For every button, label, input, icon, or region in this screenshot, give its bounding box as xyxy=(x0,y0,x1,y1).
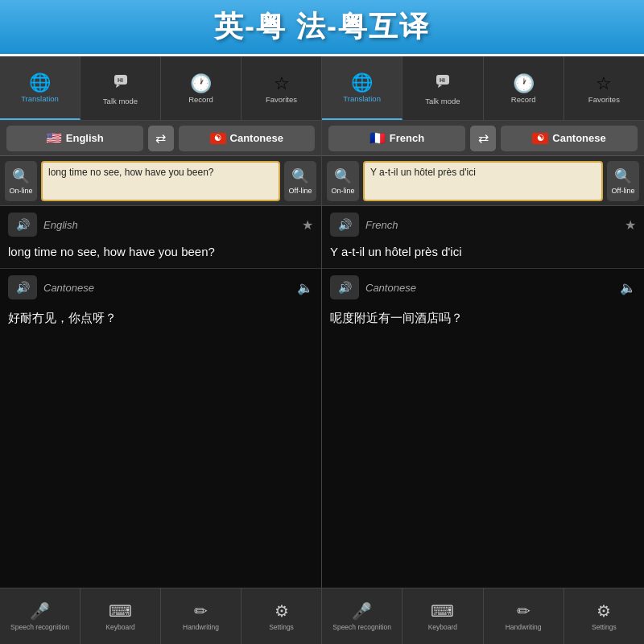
right-hk-flag-icon: ☯ xyxy=(532,133,548,144)
left-speech-label: Speech recognition xyxy=(10,623,69,631)
left-tab-record-label: Record xyxy=(188,95,213,104)
header-banner: 英-粤 法-粤互译 xyxy=(0,0,644,56)
svg-text:Hi: Hi xyxy=(118,77,123,83)
right-keyboard-icon: ⌨ xyxy=(431,601,454,621)
right-source-lang-info: 🔊 French xyxy=(330,213,398,237)
left-translated-block: 🔊 Cantonese 🔈 好耐冇见，你点呀？ xyxy=(0,269,321,588)
left-tab-talk[interactable]: Hi Talk mode xyxy=(80,56,161,120)
right-speaker2-icon: 🔊 xyxy=(338,281,352,294)
right-source-lang-name: French xyxy=(390,132,424,144)
left-source-lang-name: English xyxy=(66,132,104,144)
right-text-input[interactable] xyxy=(363,161,603,201)
left-translated-lang-label: Cantonese xyxy=(43,282,94,294)
right-tab-bar: 🌐 Translation Hi Talk mode 🕐 Record ☆ xyxy=(322,56,644,121)
right-online-icon: 🔍 xyxy=(334,167,352,185)
right-tab-record[interactable]: 🕐 Record xyxy=(484,56,564,120)
left-translated-text: 好耐冇见，你点呀？ xyxy=(8,304,313,326)
speaker2-icon: 🔊 xyxy=(16,281,30,294)
right-tab-talk-label: Talk mode xyxy=(425,97,460,105)
favorites-icon: ☆ xyxy=(274,75,290,93)
right-tab-favorites[interactable]: ☆ Favorites xyxy=(564,56,644,120)
left-handwriting-btn[interactable]: ✏ Handwriting xyxy=(161,588,242,644)
left-tab-favorites-label: Favorites xyxy=(266,95,297,104)
right-online-label: On-line xyxy=(331,187,354,195)
right-settings-label: Settings xyxy=(592,623,617,631)
right-panel: 🌐 Translation Hi Talk mode 🕐 Record ☆ xyxy=(322,56,644,644)
right-tab-favorites-label: Favorites xyxy=(588,95,620,104)
left-keyboard-btn[interactable]: ⌨ Keyboard xyxy=(80,588,161,644)
left-translated-lang-info: 🔊 Cantonese xyxy=(8,275,94,299)
left-tab-translation-label: Translation xyxy=(21,94,59,103)
left-tab-translation[interactable]: 🌐 Translation xyxy=(0,56,80,120)
right-keyboard-btn[interactable]: ⌨ Keyboard xyxy=(402,588,483,644)
left-tab-bar: 🌐 Translation Hi Talk mode 🕐 Record ☆ xyxy=(0,56,321,121)
right-swap-btn[interactable]: ⇄ xyxy=(470,126,496,151)
right-speech-icon: 🎤 xyxy=(352,601,372,621)
right-handwriting-btn[interactable]: ✏ Handwriting xyxy=(484,588,564,644)
left-tab-record[interactable]: 🕐 Record xyxy=(161,56,242,120)
left-online-btn[interactable]: 🔍 On-line xyxy=(5,161,37,201)
right-offline-btn[interactable]: 🔍 Off-line xyxy=(607,161,639,201)
svg-marker-1 xyxy=(116,85,120,88)
fr-flag-icon: 🇫🇷 xyxy=(369,130,386,146)
right-speaker-icon: 🔊 xyxy=(338,218,352,231)
right-offline-icon: 🔍 xyxy=(614,167,632,185)
left-bottom-toolbar: 🎤 Speech recognition ⌨ Keyboard ✏ Handwr… xyxy=(0,588,321,644)
left-speech-btn[interactable]: 🎤 Speech recognition xyxy=(0,588,80,644)
online-icon: 🔍 xyxy=(12,167,30,185)
right-translation-area: 🔊 French ★ Y a-t-il un hôtel près d'ici … xyxy=(322,206,644,588)
right-source-speaker-btn[interactable]: 🔊 xyxy=(330,213,359,237)
right-source-lang-btn[interactable]: 🇫🇷 French xyxy=(328,126,465,151)
right-source-star-icon[interactable]: ★ xyxy=(625,217,636,233)
record-icon: 🕐 xyxy=(190,75,212,93)
left-translation-area: 🔊 English ★ long time no see, how have y… xyxy=(0,206,321,588)
left-panel: 🌐 Translation Hi Talk mode 🕐 Record ☆ xyxy=(0,56,322,644)
left-source-star-icon[interactable]: ★ xyxy=(302,217,313,233)
right-translated-speaker-btn[interactable]: 🔊 xyxy=(330,275,359,299)
left-settings-btn[interactable]: ⚙ Settings xyxy=(242,588,321,644)
talk-icon: Hi xyxy=(112,73,130,94)
left-source-lang-info: 🔊 English xyxy=(8,213,78,237)
left-translated-volume-icon[interactable]: 🔈 xyxy=(297,280,313,295)
left-target-lang-name: Cantonese xyxy=(230,132,283,144)
left-input-row: 🔍 On-line 🔍 Off-line xyxy=(0,156,321,206)
right-translated-lang-info: 🔊 Cantonese xyxy=(330,275,416,299)
right-settings-icon: ⚙ xyxy=(597,601,611,621)
left-source-lang-btn[interactable]: 🇺🇸 English xyxy=(6,126,143,151)
left-swap-btn[interactable]: ⇄ xyxy=(148,126,174,151)
left-source-result-header: 🔊 English ★ xyxy=(8,213,313,237)
left-tab-favorites[interactable]: ☆ Favorites xyxy=(242,56,321,120)
right-handwriting-icon: ✏ xyxy=(517,601,530,621)
panels-container: 🌐 Translation Hi Talk mode 🕐 Record ☆ xyxy=(0,56,644,644)
right-translated-volume-icon[interactable]: 🔈 xyxy=(620,280,636,295)
left-tab-talk-label: Talk mode xyxy=(103,97,138,105)
svg-marker-4 xyxy=(438,85,442,88)
right-target-lang-name: Cantonese xyxy=(552,132,605,144)
left-text-input[interactable] xyxy=(41,161,280,201)
left-handwriting-icon: ✏ xyxy=(194,601,208,621)
right-tab-translation[interactable]: 🌐 Translation xyxy=(322,56,402,120)
left-handwriting-label: Handwriting xyxy=(183,623,219,631)
right-translated-result-header: 🔊 Cantonese 🔈 xyxy=(330,275,636,299)
right-source-result-header: 🔊 French ★ xyxy=(330,213,636,237)
left-source-speaker-btn[interactable]: 🔊 xyxy=(8,213,37,237)
right-source-result-text: Y a-t-il un hôtel près d'ici xyxy=(330,242,636,262)
left-offline-btn[interactable]: 🔍 Off-line xyxy=(284,161,316,201)
right-target-lang-btn[interactable]: ☯ Cantonese xyxy=(501,126,638,151)
left-speech-icon: 🎤 xyxy=(30,601,50,621)
right-lang-row: 🇫🇷 French ⇄ ☯ Cantonese xyxy=(322,121,644,156)
right-speech-btn[interactable]: 🎤 Speech recognition xyxy=(322,588,402,644)
right-online-btn[interactable]: 🔍 On-line xyxy=(327,161,359,201)
speaker-icon: 🔊 xyxy=(16,218,30,231)
offline-icon: 🔍 xyxy=(291,167,309,185)
left-keyboard-icon: ⌨ xyxy=(109,601,132,621)
right-settings-btn[interactable]: ⚙ Settings xyxy=(564,588,644,644)
left-translated-result-header: 🔊 Cantonese 🔈 xyxy=(8,275,313,299)
left-lang-row: 🇺🇸 English ⇄ ☯ Cantonese xyxy=(0,121,321,156)
right-offline-label: Off-line xyxy=(612,187,635,195)
left-translated-speaker-btn[interactable]: 🔊 xyxy=(8,275,37,299)
left-keyboard-label: Keyboard xyxy=(105,623,134,631)
right-tab-talk[interactable]: Hi Talk mode xyxy=(402,56,483,120)
right-record-icon: 🕐 xyxy=(513,75,535,93)
left-target-lang-btn[interactable]: ☯ Cantonese xyxy=(179,126,316,151)
